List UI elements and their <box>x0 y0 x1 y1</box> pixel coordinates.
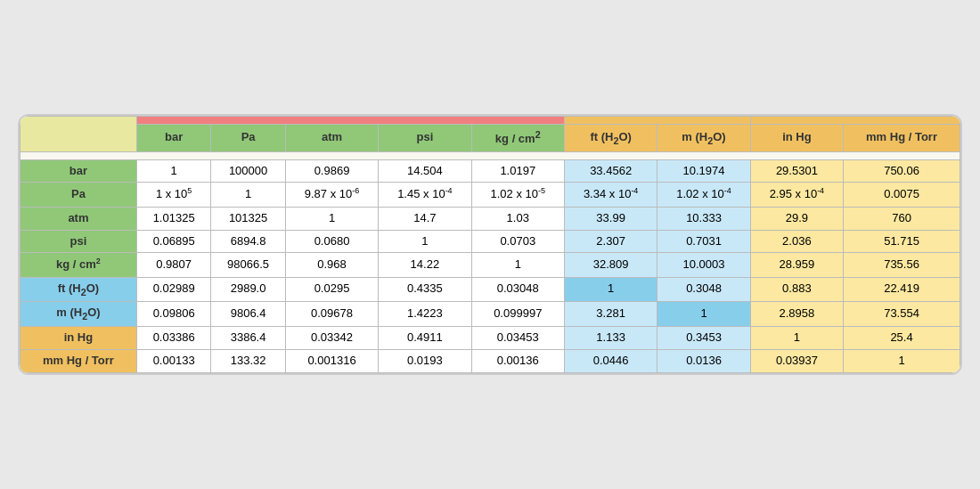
data-cell: 98066.5 <box>211 253 285 277</box>
data-cell: 10.1974 <box>657 159 750 183</box>
data-cell: 10.0003 <box>657 253 750 277</box>
table-row: bar11000000.986914.5041.019733.456210.19… <box>20 159 960 183</box>
multiply-by-label <box>20 151 960 159</box>
data-cell: 0.06895 <box>136 230 210 253</box>
data-cell: 2.307 <box>564 230 657 253</box>
data-cell: 25.4 <box>844 326 960 349</box>
subheader-cell: kg / cm2 <box>471 125 564 151</box>
data-cell: 100000 <box>211 159 285 183</box>
table-row: atm1.01325101325114.71.0333.9910.33329.9… <box>20 207 960 230</box>
table-row: Pa1 x 10519.87 x 10-61.45 x 10-41.02 x 1… <box>20 183 960 207</box>
data-cell: 0.9807 <box>136 253 210 277</box>
data-cell: 0.0446 <box>564 349 657 372</box>
data-cell: 1 <box>471 253 564 277</box>
data-cell: 0.883 <box>750 277 843 302</box>
row-label: psi <box>20 230 137 253</box>
data-cell: 0.001316 <box>285 349 378 372</box>
data-cell: 101325 <box>211 207 285 230</box>
data-cell: 3.281 <box>564 302 657 327</box>
data-cell: 1 <box>657 302 750 327</box>
data-cell: 0.9869 <box>285 159 378 183</box>
subheader-cell: bar <box>136 125 210 151</box>
conversion-table: barPaatmpsikg / cm2ft (H2O)m (H2O)in Hgm… <box>18 114 962 374</box>
row-label: ft (H2O) <box>20 277 137 302</box>
data-cell: 1.45 x 10-4 <box>379 183 471 207</box>
data-cell: 2.036 <box>750 230 843 253</box>
header-label <box>20 117 137 151</box>
data-cell: 1.4223 <box>379 302 471 327</box>
subheader-cell: m (H2O) <box>657 125 750 151</box>
data-cell: 1 <box>564 277 657 302</box>
header-general <box>136 117 564 125</box>
data-cell: 0.0193 <box>379 349 471 372</box>
data-cell: 10.333 <box>657 207 750 230</box>
data-cell: 1.02 x 10-4 <box>657 183 750 207</box>
data-cell: 0.00133 <box>136 349 210 372</box>
data-cell: 0.09678 <box>285 302 378 327</box>
table-row: ft (H2O)0.029892989.00.02950.43350.03048… <box>20 277 960 302</box>
data-cell: 33.4562 <box>564 159 657 183</box>
data-cell: 1 <box>750 326 843 349</box>
table-row: mm Hg / Torr0.00133133.320.0013160.01930… <box>20 349 960 372</box>
data-cell: 1.03 <box>471 207 564 230</box>
data-cell: 2.8958 <box>750 302 843 327</box>
data-cell: 14.504 <box>379 159 471 183</box>
data-cell: 1 <box>379 230 471 253</box>
header-others <box>750 117 960 125</box>
data-cell: 14.7 <box>379 207 471 230</box>
data-cell: 0.03048 <box>471 277 564 302</box>
data-cell: 3.34 x 10-4 <box>564 183 657 207</box>
row-label: bar <box>20 159 137 183</box>
subheader-cell: atm <box>285 125 378 151</box>
data-cell: 760 <box>844 207 960 230</box>
data-cell: 1 <box>285 207 378 230</box>
data-cell: 0.09806 <box>136 302 210 327</box>
data-cell: 133.32 <box>211 349 285 372</box>
data-cell: 6894.8 <box>211 230 285 253</box>
subheader-cell: in Hg <box>750 125 843 151</box>
data-cell: 750.06 <box>844 159 960 183</box>
data-cell: 1.02 x 10-5 <box>471 183 564 207</box>
row-label: Pa <box>20 183 137 207</box>
row-label: in Hg <box>20 326 137 349</box>
data-cell: 32.809 <box>564 253 657 277</box>
data-cell: 1.01325 <box>136 207 210 230</box>
data-cell: 0.099997 <box>471 302 564 327</box>
data-cell: 1 <box>211 183 285 207</box>
data-cell: 0.03453 <box>471 326 564 349</box>
data-cell: 0.3048 <box>657 277 750 302</box>
data-cell: 1 x 105 <box>136 183 210 207</box>
data-cell: 0.0295 <box>285 277 378 302</box>
data-cell: 0.03937 <box>750 349 843 372</box>
data-cell: 1.133 <box>564 326 657 349</box>
data-cell: 0.00136 <box>471 349 564 372</box>
data-cell: 9.87 x 10-6 <box>285 183 378 207</box>
table-row: in Hg0.033863386.40.033420.49110.034531.… <box>20 326 960 349</box>
data-cell: 2.95 x 10-4 <box>750 183 843 207</box>
data-cell: 9806.4 <box>211 302 285 327</box>
data-cell: 0.03342 <box>285 326 378 349</box>
data-cell: 0.4911 <box>379 326 471 349</box>
data-cell: 0.0680 <box>285 230 378 253</box>
data-cell: 0.968 <box>285 253 378 277</box>
data-cell: 3386.4 <box>211 326 285 349</box>
subheader-cell: mm Hg / Torr <box>844 125 960 151</box>
row-label: m (H2O) <box>20 302 137 327</box>
data-cell: 0.0703 <box>471 230 564 253</box>
data-cell: 29.5301 <box>750 159 843 183</box>
row-label: atm <box>20 207 137 230</box>
data-cell: 735.56 <box>844 253 960 277</box>
data-cell: 51.715 <box>844 230 960 253</box>
data-cell: 29.9 <box>750 207 843 230</box>
table-row: kg / cm20.980798066.50.96814.22132.80910… <box>20 253 960 277</box>
subheader-cell: Pa <box>211 125 285 151</box>
data-cell: 0.0075 <box>844 183 960 207</box>
data-cell: 1 <box>136 159 210 183</box>
data-cell: 0.7031 <box>657 230 750 253</box>
subheader-cell: psi <box>379 125 471 151</box>
table-row: m (H2O)0.098069806.40.096781.42230.09999… <box>20 302 960 327</box>
data-cell: 0.03386 <box>136 326 210 349</box>
data-cell: 1.0197 <box>471 159 564 183</box>
data-cell: 0.4335 <box>379 277 471 302</box>
data-cell: 1 <box>844 349 960 372</box>
